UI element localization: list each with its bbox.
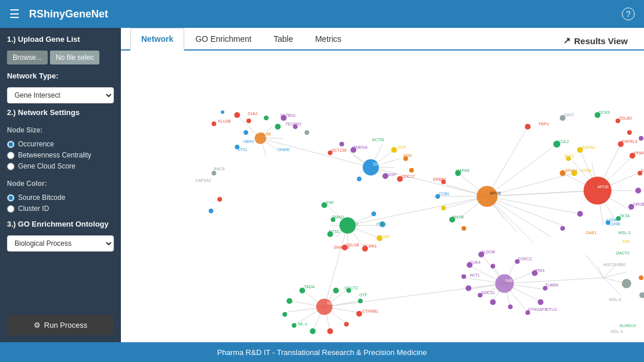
svg-text:ML-1
        AGAB
        TDH
: ML-1 AGAB TDH CKLN5 ERXIP1 CTNNB1 TENM1 … [298, 322, 307, 326]
svg-point-104 [391, 147, 397, 153]
occurrence-label: Occurrence [18, 140, 54, 148]
svg-point-163 [639, 275, 643, 280]
network-visualization: APOE APOE hub hub TRPV CUL2 HTR6 LDHB FN… [121, 51, 644, 342]
footer: Pharma R&D IT - Translational Research &… [0, 342, 644, 362]
network-svg: APOE APOE hub hub TRPV CUL2 HTR6 LDHB FN… [121, 51, 644, 342]
svg-text:CUL2: CUL2 [559, 139, 569, 144]
upload-section-title: 1.) Upload Gene List [7, 35, 114, 44]
svg-text:CAPZA2: CAPZA2 [195, 178, 211, 182]
svg-text:ULAB: ULAB [260, 132, 271, 136]
svg-text:NR0B1: NR0B1 [634, 202, 644, 206]
svg-text:DSH: DSH [373, 162, 383, 167]
svg-point-97 [244, 130, 248, 135]
svg-text:DAB1: DAB1 [586, 231, 596, 235]
svg-text:ERO1: ERO1 [641, 169, 644, 173]
gcs-label: Gene Cloud Score [18, 162, 76, 170]
svg-text:APOE: APOE [598, 185, 609, 189]
svg-text:AKT1: AKT1 [470, 273, 480, 277]
svg-text:DNME: DNME [278, 148, 290, 152]
svg-text:MAPK6: MAPK6 [456, 169, 470, 173]
svg-point-173 [356, 311, 362, 317]
svg-point-99 [212, 171, 216, 175]
tab-bar: Network GO Enrichment Table Metrics ↗ Re… [121, 28, 644, 51]
tab-go-enrichment[interactable]: GO Enrichment [184, 28, 262, 49]
svg-point-136 [635, 188, 641, 193]
node-color-source[interactable]: Source Bitcode [7, 193, 114, 202]
svg-text:BCAR1: BCAR1 [363, 244, 377, 248]
svg-text:S1A2: S1A2 [248, 112, 257, 116]
svg-text:SNAP13: SNAP13 [334, 245, 349, 249]
svg-text:SAV2: SAV2 [564, 113, 574, 117]
svg-point-148 [495, 274, 514, 293]
svg-text:TORCZ: TORCZ [518, 257, 532, 261]
svg-text:NTSC: NTSC [329, 230, 340, 234]
svg-text:KLHDC4: KLHDC4 [620, 324, 636, 328]
svg-text:TECPR2: TECPR2 [285, 122, 302, 126]
svg-text:TDLB0: TDLB0 [619, 116, 632, 120]
svg-text:HIST1H2BG: HIST1H2BG [603, 263, 626, 267]
svg-text:ASNA1: ASNA1 [582, 145, 595, 149]
svg-text:SOCS1: SOCS1 [481, 291, 495, 295]
go-ontology-select[interactable]: Biological Process Molecular Function Ce… [7, 235, 114, 252]
svg-text:ERB82: ERB82 [433, 177, 446, 181]
svg-text:GTF: GTF [359, 293, 367, 297]
node-size-gcs[interactable]: Gene Cloud Score [7, 162, 114, 170]
svg-point-93 [305, 130, 309, 135]
upload-row: Browse... No file selec [7, 51, 114, 64]
svg-text:C: C [622, 283, 625, 287]
footer-text: Pharma R&D IT - Translational Research &… [217, 348, 427, 357]
svg-point-169 [292, 323, 296, 328]
svg-point-96 [264, 116, 269, 120]
svg-text:CHR: CHR [381, 235, 389, 239]
svg-text:MSL-3: MSL-3 [618, 231, 631, 235]
svg-text:ABN: ABN [403, 153, 412, 157]
help-button[interactable]: ? [622, 8, 635, 20]
svg-text:ALDOB: ALDOB [481, 250, 495, 254]
tab-network[interactable]: Network [130, 28, 184, 51]
node-size-group: Occurrence Betweenness Centrality Gene C… [7, 140, 114, 170]
svg-point-116 [560, 226, 565, 231]
content-area: Network GO Enrichment Table Metrics ↗ Re… [121, 28, 644, 342]
svg-point-122 [461, 226, 466, 231]
tab-metrics[interactable]: Metrics [304, 28, 352, 49]
svg-text:TADA: TADA [304, 285, 314, 289]
svg-text:TUBB8: TUBB8 [545, 283, 559, 287]
svg-text:UBR4: UBR4 [243, 139, 254, 144]
results-view-label: Results View [574, 36, 628, 46]
svg-point-108 [357, 177, 362, 181]
menu-icon[interactable]: ☰ [9, 7, 20, 21]
svg-point-171 [327, 328, 333, 334]
svg-text:HTR6: HTR6 [581, 169, 591, 173]
betweenness-label: Betweenness Centrality [18, 151, 91, 159]
svg-text:hub: hub [506, 278, 513, 282]
svg-point-147 [639, 136, 643, 141]
svg-point-156 [508, 304, 513, 309]
svg-text:CASP: CASP [385, 173, 396, 177]
svg-point-170 [310, 328, 316, 334]
svg-text:ACTNI: ACTNI [372, 138, 384, 142]
svg-text:JUN: JUN [622, 239, 630, 243]
tab-table[interactable]: Table [263, 28, 304, 49]
node-color-cluster[interactable]: Cluster ID [7, 205, 114, 213]
results-view-button[interactable]: ↗ Results View [556, 32, 635, 49]
svg-text:ELF1: ELF1 [564, 154, 574, 158]
svg-text:hub: hub [327, 301, 334, 305]
svg-point-174 [358, 299, 363, 303]
svg-point-115 [577, 211, 583, 217]
svg-text:APOE: APOE [490, 191, 502, 195]
node-size-occurrence[interactable]: Occurrence [7, 140, 114, 148]
node-size-betweenness[interactable]: Betweenness Centrality [7, 151, 114, 159]
svg-text:DCP: DCP [398, 145, 406, 149]
svg-text:TRPV: TRPV [538, 122, 549, 126]
svg-text:AMYB: AMYB [452, 215, 464, 219]
run-process-button[interactable]: ⚙ Run Process [7, 315, 114, 335]
network-type-select[interactable]: Gene Intersect Gene Union Shared Neighbo… [7, 87, 114, 103]
svg-point-110 [477, 186, 498, 207]
results-view-icon: ↗ [563, 35, 571, 46]
svg-text:KLU3B: KLU3B [218, 119, 231, 123]
browse-button[interactable]: Browse... [7, 51, 48, 64]
svg-point-132 [584, 177, 611, 205]
svg-text:DCR3: DCR3 [599, 110, 610, 114]
svg-point-131 [371, 212, 376, 216]
node-color-label: Node Color: [7, 180, 114, 188]
